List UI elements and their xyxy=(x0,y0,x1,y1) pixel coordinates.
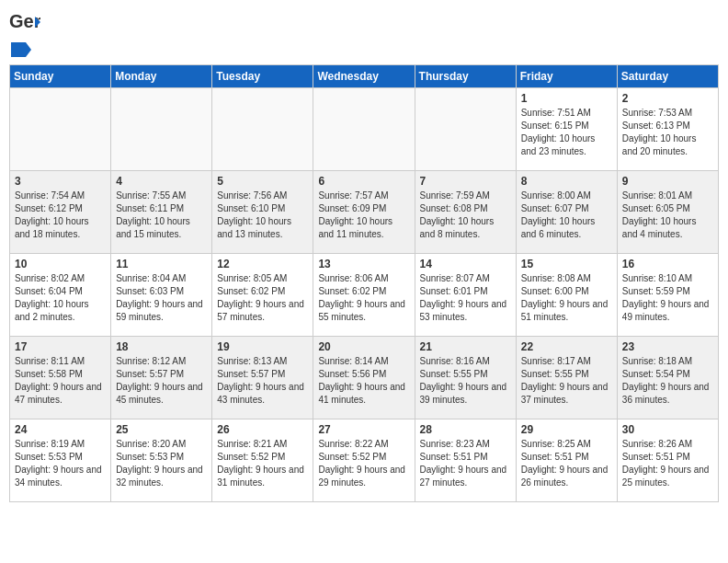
calendar-cell: 26Sunrise: 8:21 AMSunset: 5:52 PMDayligh… xyxy=(212,419,313,502)
calendar-cell: 6Sunrise: 7:57 AMSunset: 6:09 PMDaylight… xyxy=(313,171,415,254)
day-info: Sunrise: 7:53 AMSunset: 6:13 PMDaylight:… xyxy=(622,107,713,158)
calendar-cell: 13Sunrise: 8:06 AMSunset: 6:02 PMDayligh… xyxy=(313,254,415,337)
day-info: Sunrise: 8:14 AMSunset: 5:56 PMDaylight:… xyxy=(318,355,409,407)
day-info: Sunrise: 7:56 AMSunset: 6:10 PMDaylight:… xyxy=(217,190,308,241)
day-number: 10 xyxy=(15,258,106,270)
calendar-cell: 9Sunrise: 8:01 AMSunset: 6:05 PMDaylight… xyxy=(617,171,718,254)
calendar-week-row: 3Sunrise: 7:54 AMSunset: 6:12 PMDaylight… xyxy=(10,171,719,254)
day-info: Sunrise: 8:04 AMSunset: 6:03 PMDaylight:… xyxy=(116,272,207,324)
calendar-cell: 1Sunrise: 7:51 AMSunset: 6:15 PMDaylight… xyxy=(516,88,617,171)
day-number: 6 xyxy=(318,175,409,188)
day-number: 2 xyxy=(622,92,713,105)
day-info: Sunrise: 8:18 AMSunset: 5:54 PMDaylight:… xyxy=(622,355,713,407)
header: General xyxy=(9,9,719,57)
calendar-cell: 14Sunrise: 8:07 AMSunset: 6:01 PMDayligh… xyxy=(415,254,516,337)
calendar-cell: 23Sunrise: 8:18 AMSunset: 5:54 PMDayligh… xyxy=(617,337,718,419)
day-info: Sunrise: 8:07 AMSunset: 6:01 PMDaylight:… xyxy=(420,272,511,324)
day-info: Sunrise: 8:25 AMSunset: 5:51 PMDaylight:… xyxy=(521,438,612,489)
day-number: 26 xyxy=(217,423,308,436)
day-number: 17 xyxy=(15,340,106,353)
day-number: 11 xyxy=(116,258,207,270)
day-info: Sunrise: 8:17 AMSunset: 5:55 PMDaylight:… xyxy=(521,355,612,407)
col-header-saturday: Saturday xyxy=(617,65,718,88)
day-info: Sunrise: 7:54 AMSunset: 6:12 PMDaylight:… xyxy=(15,190,106,241)
calendar-cell xyxy=(313,88,415,171)
calendar-cell: 3Sunrise: 7:54 AMSunset: 6:12 PMDaylight… xyxy=(10,171,111,254)
calendar-cell: 28Sunrise: 8:23 AMSunset: 5:51 PMDayligh… xyxy=(415,419,516,502)
day-info: Sunrise: 7:55 AMSunset: 6:11 PMDaylight:… xyxy=(116,190,207,241)
day-number: 4 xyxy=(116,175,207,188)
day-info: Sunrise: 8:22 AMSunset: 5:52 PMDaylight:… xyxy=(318,438,409,489)
day-number: 23 xyxy=(622,340,713,353)
day-number: 29 xyxy=(521,423,612,436)
page: General SundayMondayTuesdayWednesda xyxy=(0,0,728,511)
calendar-cell: 7Sunrise: 7:59 AMSunset: 6:08 PMDaylight… xyxy=(415,171,516,254)
calendar-cell: 17Sunrise: 8:11 AMSunset: 5:58 PMDayligh… xyxy=(10,337,111,419)
calendar-cell xyxy=(111,88,212,171)
day-number: 9 xyxy=(622,175,713,188)
day-number: 30 xyxy=(622,423,713,436)
logo-icon: General xyxy=(9,9,40,40)
col-header-monday: Monday xyxy=(111,65,212,88)
calendar-week-row: 17Sunrise: 8:11 AMSunset: 5:58 PMDayligh… xyxy=(10,337,719,419)
day-number: 1 xyxy=(521,92,612,105)
day-number: 14 xyxy=(420,258,511,270)
day-info: Sunrise: 8:13 AMSunset: 5:57 PMDaylight:… xyxy=(217,355,308,407)
day-info: Sunrise: 8:10 AMSunset: 5:59 PMDaylight:… xyxy=(622,272,713,324)
col-header-thursday: Thursday xyxy=(415,65,516,88)
day-info: Sunrise: 7:51 AMSunset: 6:15 PMDaylight:… xyxy=(521,107,612,158)
day-info: Sunrise: 8:20 AMSunset: 5:53 PMDaylight:… xyxy=(116,438,207,489)
day-info: Sunrise: 8:01 AMSunset: 6:05 PMDaylight:… xyxy=(622,190,713,241)
day-number: 15 xyxy=(521,258,612,270)
day-number: 24 xyxy=(15,423,106,436)
day-number: 27 xyxy=(318,423,409,436)
day-number: 19 xyxy=(217,340,308,353)
day-number: 25 xyxy=(116,423,207,436)
col-header-friday: Friday xyxy=(516,65,617,88)
day-info: Sunrise: 8:23 AMSunset: 5:51 PMDaylight:… xyxy=(420,438,511,489)
calendar-cell: 12Sunrise: 8:05 AMSunset: 6:02 PMDayligh… xyxy=(212,254,313,337)
day-info: Sunrise: 8:00 AMSunset: 6:07 PMDaylight:… xyxy=(521,190,612,241)
calendar-cell: 22Sunrise: 8:17 AMSunset: 5:55 PMDayligh… xyxy=(516,337,617,419)
calendar-cell: 27Sunrise: 8:22 AMSunset: 5:52 PMDayligh… xyxy=(313,419,415,502)
svg-marker-2 xyxy=(11,42,31,57)
calendar-cell: 10Sunrise: 8:02 AMSunset: 6:04 PMDayligh… xyxy=(10,254,111,337)
calendar-cell: 18Sunrise: 8:12 AMSunset: 5:57 PMDayligh… xyxy=(111,337,212,419)
day-number: 16 xyxy=(622,258,713,270)
day-number: 13 xyxy=(318,258,409,270)
col-header-tuesday: Tuesday xyxy=(212,65,313,88)
day-info: Sunrise: 8:12 AMSunset: 5:57 PMDaylight:… xyxy=(116,355,207,407)
calendar-cell: 2Sunrise: 7:53 AMSunset: 6:13 PMDaylight… xyxy=(617,88,718,171)
calendar-cell xyxy=(415,88,516,171)
calendar-cell: 4Sunrise: 7:55 AMSunset: 6:11 PMDaylight… xyxy=(111,171,212,254)
calendar-week-row: 24Sunrise: 8:19 AMSunset: 5:53 PMDayligh… xyxy=(10,419,719,502)
calendar-cell: 11Sunrise: 8:04 AMSunset: 6:03 PMDayligh… xyxy=(111,254,212,337)
calendar-table: SundayMondayTuesdayWednesdayThursdayFrid… xyxy=(9,64,719,502)
day-info: Sunrise: 7:57 AMSunset: 6:09 PMDaylight:… xyxy=(318,190,409,241)
day-number: 21 xyxy=(420,340,511,353)
day-number: 8 xyxy=(521,175,612,188)
calendar-cell: 30Sunrise: 8:26 AMSunset: 5:51 PMDayligh… xyxy=(617,419,718,502)
day-number: 22 xyxy=(521,340,612,353)
calendar-cell: 16Sunrise: 8:10 AMSunset: 5:59 PMDayligh… xyxy=(617,254,718,337)
day-number: 18 xyxy=(116,340,207,353)
day-info: Sunrise: 8:16 AMSunset: 5:55 PMDaylight:… xyxy=(420,355,511,407)
calendar-cell: 20Sunrise: 8:14 AMSunset: 5:56 PMDayligh… xyxy=(313,337,415,419)
col-header-wednesday: Wednesday xyxy=(313,65,415,88)
calendar-cell xyxy=(212,88,313,171)
day-number: 20 xyxy=(318,340,409,353)
calendar-cell xyxy=(10,88,111,171)
calendar-cell: 24Sunrise: 8:19 AMSunset: 5:53 PMDayligh… xyxy=(10,419,111,502)
day-info: Sunrise: 8:26 AMSunset: 5:51 PMDaylight:… xyxy=(622,438,713,489)
calendar-cell: 21Sunrise: 8:16 AMSunset: 5:55 PMDayligh… xyxy=(415,337,516,419)
calendar-cell: 5Sunrise: 7:56 AMSunset: 6:10 PMDaylight… xyxy=(212,171,313,254)
day-info: Sunrise: 8:11 AMSunset: 5:58 PMDaylight:… xyxy=(15,355,106,407)
calendar-header-row: SundayMondayTuesdayWednesdayThursdayFrid… xyxy=(10,65,719,88)
day-number: 28 xyxy=(420,423,511,436)
day-info: Sunrise: 8:05 AMSunset: 6:02 PMDaylight:… xyxy=(217,272,308,324)
day-info: Sunrise: 8:19 AMSunset: 5:53 PMDaylight:… xyxy=(15,438,106,489)
col-header-sunday: Sunday xyxy=(10,65,111,88)
calendar-week-row: 10Sunrise: 8:02 AMSunset: 6:04 PMDayligh… xyxy=(10,254,719,337)
logo-arrow xyxy=(11,42,31,57)
day-info: Sunrise: 8:21 AMSunset: 5:52 PMDaylight:… xyxy=(217,438,308,489)
